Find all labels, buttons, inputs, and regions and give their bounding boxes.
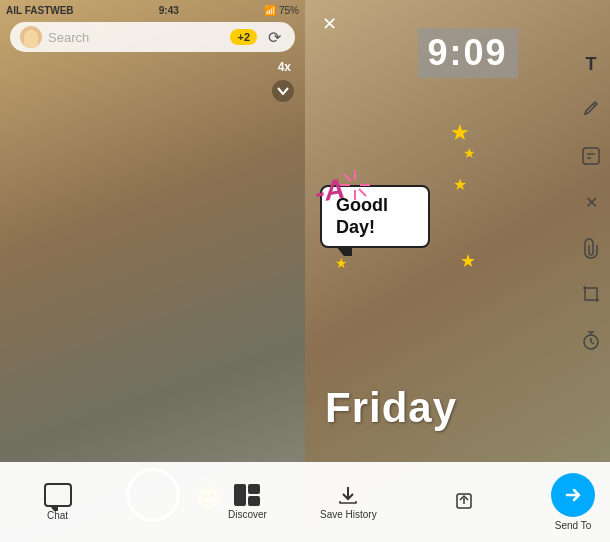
time-sticker[interactable]: 9:09 <box>417 28 517 78</box>
svg-line-12 <box>591 342 594 344</box>
sticker-tool-button[interactable] <box>577 142 605 170</box>
star-icon-2: ★ <box>463 145 476 161</box>
send-to-label: Send To <box>555 520 592 531</box>
pen-tool-button[interactable] <box>577 96 605 124</box>
discover-label: Discover <box>228 509 267 520</box>
left-camera-panel: AIL FASTWEB 9:43 📶 75% Search +2 ⟳ 4x 😊 … <box>0 0 305 542</box>
day-text: Friday <box>325 384 457 431</box>
svg-line-5 <box>359 189 366 196</box>
discover-button[interactable]: Discover <box>218 484 278 520</box>
bottom-editor-controls: Save History Send To <box>305 462 610 542</box>
camera-flip-icon[interactable]: ⟳ <box>263 26 285 48</box>
chat-icon <box>44 483 72 507</box>
status-right: 📶 75% <box>264 5 299 16</box>
battery-text: 75% <box>279 5 299 16</box>
attachment-tool-button[interactable] <box>577 234 605 262</box>
delete-tool-button[interactable]: ✕ <box>577 188 605 216</box>
day-sticker[interactable]: Friday <box>325 384 590 432</box>
camera-background <box>0 0 305 542</box>
status-bar: AIL FASTWEB 9:43 📶 75% <box>0 0 305 20</box>
editor-background <box>305 0 610 542</box>
chevron-down-icon[interactable] <box>272 80 294 102</box>
search-placeholder: Search <box>48 30 230 45</box>
speech-line-2: Day! <box>336 217 414 239</box>
friends-count-badge[interactable]: +2 <box>230 29 257 45</box>
discover-icon <box>234 484 262 506</box>
deco-a-text[interactable]: -A <box>312 173 347 210</box>
avatar[interactable] <box>20 26 42 48</box>
star-icon-1: ★ <box>450 120 470 146</box>
editor-toolbar: T ✕ <box>577 50 605 354</box>
chat-label: Chat <box>47 510 68 521</box>
clock-text: 9:43 <box>159 5 179 16</box>
svg-line-4 <box>344 174 351 181</box>
right-editor-panel: ✕ 9:09 ★ ★ ★ ★ ★ -A Goodl Day! Friday T <box>305 0 610 542</box>
wifi-icon: 📶 <box>264 5 276 16</box>
close-button[interactable]: ✕ <box>315 10 343 38</box>
svg-rect-7 <box>583 148 599 164</box>
send-to-button[interactable] <box>551 473 595 517</box>
export-button[interactable] <box>453 490 475 515</box>
svg-line-6 <box>593 104 595 106</box>
carrier-text: AIL FASTWEB <box>6 5 74 16</box>
text-tool-button[interactable]: T <box>577 50 605 78</box>
bottom-nav-bar: Chat Discover <box>0 462 305 542</box>
timer-tool-button[interactable] <box>577 326 605 354</box>
save-history-label: Save History <box>320 509 377 520</box>
chat-button[interactable]: Chat <box>28 483 88 521</box>
send-to-area: Send To <box>551 473 595 531</box>
zoom-level: 4x <box>278 60 291 74</box>
search-bar[interactable]: Search +2 ⟳ <box>10 22 295 52</box>
save-history-button[interactable]: Save History <box>320 484 377 520</box>
star-icon-4: ★ <box>460 250 476 272</box>
star-icon-3: ★ <box>453 175 467 194</box>
star-icon-5: ★ <box>335 255 348 271</box>
crop-tool-button[interactable] <box>577 280 605 308</box>
